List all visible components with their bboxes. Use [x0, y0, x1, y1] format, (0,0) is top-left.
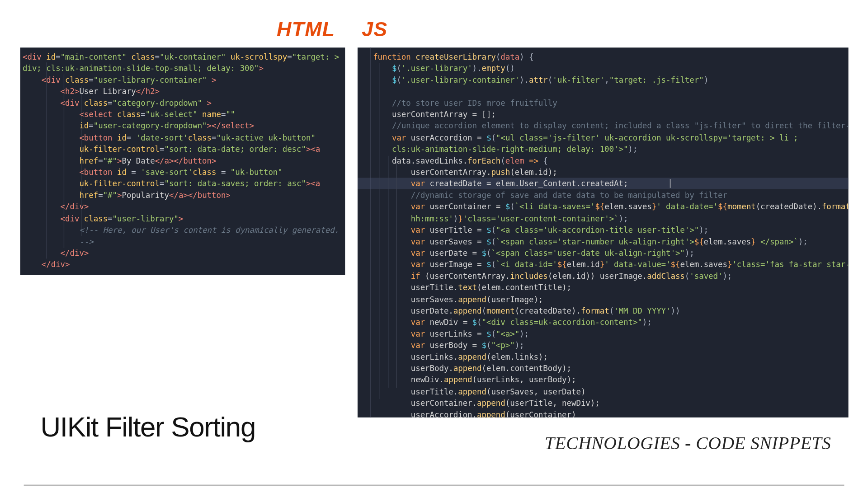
label-js: JS [362, 18, 387, 41]
slide-title-left: UIKit Filter Sorting [40, 410, 255, 443]
code-snippet-html: <div id="main-content" class="uk-contain… [20, 47, 345, 275]
footer-divider [24, 485, 844, 486]
code-html-pre: <div id="main-content" class="uk-contain… [23, 51, 343, 270]
label-html: HTML [277, 18, 335, 41]
code-snippet-js: function createUserLibrary(data) { $('.u… [358, 47, 849, 418]
slide-title-right: TECHNOLOGIES - CODE SNIPPETS [545, 433, 831, 453]
code-js-pre: function createUserLibrary(data) { $('.u… [360, 51, 846, 418]
